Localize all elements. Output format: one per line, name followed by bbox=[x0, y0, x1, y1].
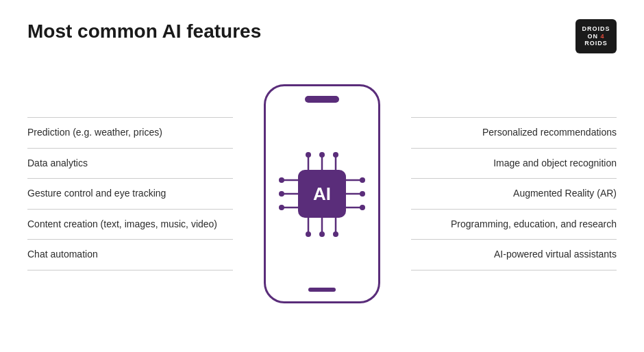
left-feature-item: Prediction (e.g. weather, prices) bbox=[27, 117, 233, 149]
left-features-list: Prediction (e.g. weather, prices)Data an… bbox=[27, 117, 233, 271]
svg-point-3 bbox=[306, 152, 311, 158]
right-feature-item: Augmented Reality (AR) bbox=[411, 179, 617, 210]
feature-label: Augmented Reality (AR) bbox=[513, 188, 617, 199]
right-feature-item: Personalized recommendations bbox=[411, 117, 617, 149]
svg-point-7 bbox=[333, 152, 338, 158]
left-feature-item: Content creation (text, images, music, v… bbox=[27, 210, 233, 240]
feature-label: Prediction (e.g. weather, prices) bbox=[27, 127, 162, 138]
feature-label: Data analytics bbox=[27, 158, 88, 168]
right-feature-item: Image and object recognition bbox=[411, 149, 617, 179]
chip-container: AI bbox=[277, 149, 367, 238]
main-content: Prediction (e.g. weather, prices)Data an… bbox=[27, 56, 617, 331]
feature-label: Gesture control and eye tracking bbox=[27, 188, 166, 199]
feature-label: Chat automation bbox=[27, 249, 98, 260]
logo-text-3: ROIDS bbox=[584, 40, 608, 47]
right-feature-item: AI-powered virtual assistants bbox=[411, 240, 617, 271]
svg-point-21 bbox=[360, 177, 365, 183]
page-title: Most common AI features bbox=[27, 21, 617, 42]
feature-label: Programming, education, and research bbox=[451, 218, 617, 229]
feature-label: AI-powered virtual assistants bbox=[494, 249, 617, 260]
svg-point-11 bbox=[319, 231, 325, 237]
logo: DROIDS ON 4 ROIDS bbox=[575, 19, 617, 53]
svg-point-13 bbox=[333, 231, 338, 237]
svg-point-19 bbox=[279, 205, 284, 210]
svg-text:AI: AI bbox=[313, 184, 331, 204]
phone-home-button bbox=[308, 288, 336, 292]
svg-point-9 bbox=[306, 231, 311, 237]
svg-point-17 bbox=[279, 191, 284, 197]
svg-point-5 bbox=[319, 152, 325, 158]
svg-point-25 bbox=[360, 205, 365, 210]
right-feature-item: Programming, education, and research bbox=[411, 210, 617, 240]
circuit-svg: AI bbox=[277, 149, 367, 238]
right-features-list: Personalized recommendationsImage and ob… bbox=[411, 117, 617, 271]
logo-text: DROIDS bbox=[582, 25, 610, 33]
svg-point-23 bbox=[360, 191, 365, 197]
left-feature-item: Gesture control and eye tracking bbox=[27, 179, 233, 210]
feature-label: Personalized recommendations bbox=[482, 127, 617, 138]
logo-text-2: ON 4 bbox=[587, 33, 604, 40]
svg-point-15 bbox=[279, 177, 284, 183]
page-container: Most common AI features DROIDS ON 4 ROID… bbox=[0, 0, 644, 352]
phone-illustration: AI bbox=[233, 84, 411, 303]
feature-label: Content creation (text, images, music, v… bbox=[27, 218, 217, 229]
feature-label: Image and object recognition bbox=[493, 158, 617, 168]
phone-frame: AI bbox=[264, 84, 380, 303]
left-feature-item: Chat automation bbox=[27, 240, 233, 271]
phone-notch bbox=[305, 96, 339, 103]
left-feature-item: Data analytics bbox=[27, 149, 233, 179]
